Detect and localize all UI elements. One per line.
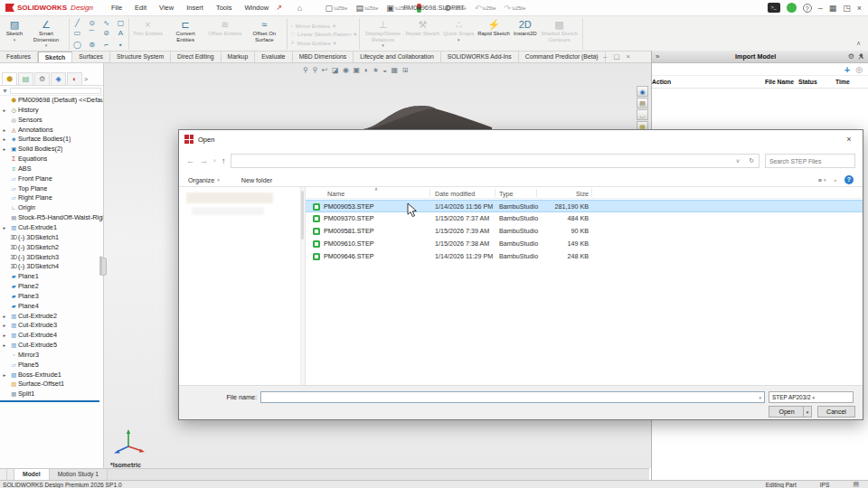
- doc-window-control-icon[interactable]: ×: [627, 52, 630, 61]
- collapse-panel-icon[interactable]: »: [652, 52, 663, 61]
- ribbon-button[interactable]: 2D Instant2D ▾: [512, 18, 539, 50]
- 3dexperience-icon[interactable]: ◉: [637, 86, 648, 97]
- ribbon-button[interactable]: × Trim Entities ▾: [131, 18, 165, 50]
- expand-arrow-icon[interactable]: ▸: [0, 371, 9, 380]
- pin-panel-icon[interactable]: [858, 53, 864, 61]
- feature-tree-item[interactable]: ▸ 3D (-) 3DSketch2: [0, 243, 103, 253]
- sketch-tool-icon[interactable]: A: [116, 29, 126, 39]
- ribbon-button[interactable]: ⚒ Repair Sketch ▾: [403, 18, 441, 50]
- design-library-icon[interactable]: ▤: [637, 98, 648, 108]
- expand-arrow-icon[interactable]: ▸: [0, 321, 9, 331]
- sketch-tool-icon[interactable]: ⊘: [101, 29, 111, 39]
- up-one-level-icon[interactable]: ↑: [222, 156, 226, 165]
- folder-navigation-pane[interactable]: [179, 187, 306, 385]
- zoom-fit-icon[interactable]: ⚲▾: [303, 66, 307, 74]
- column-header-date-modified[interactable]: Date modified: [435, 190, 475, 198]
- preview-pane-button[interactable]: ▫: [834, 176, 836, 184]
- ribbon-button[interactable]: ⊏ Convert Entities ▾: [165, 18, 206, 50]
- feature-tree-item[interactable]: ▸ ▨ Surface-Offset1: [0, 380, 103, 389]
- forward-icon[interactable]: →: [200, 156, 208, 165]
- feature-tree-item[interactable]: ▸ ▥ Cut-Extrude1: [0, 223, 103, 233]
- save-icon[interactable]: ▣ \u25be: [383, 3, 411, 14]
- command-tab[interactable]: Structure System: [110, 52, 171, 62]
- feature-tree-item[interactable]: ▸ ▩ Split1: [0, 389, 103, 399]
- sketch-tool-icon[interactable]: ╱: [72, 19, 82, 27]
- feature-tree-item[interactable]: ▸ ▱ Plane5: [0, 361, 103, 371]
- tree-splitter-handle[interactable]: [102, 258, 107, 276]
- dimxpert-tab[interactable]: ◈: [51, 72, 66, 85]
- search-input[interactable]: [766, 158, 847, 164]
- home-icon[interactable]: ⌂ \u25be: [295, 3, 320, 14]
- feature-tree-item[interactable]: ▸ ⬢ PM009698 (Default) <<Default>_Displ: [0, 96, 103, 106]
- feature-tree-item[interactable]: ▸ ▥ Cut-Extrude3: [0, 321, 103, 331]
- view-mode-button[interactable]: ≡▾: [818, 176, 826, 184]
- expand-arrow-icon[interactable]: ▸: [0, 145, 9, 155]
- filter-icon[interactable]: ▼: [2, 88, 8, 94]
- nav-pane-scrollbar[interactable]: [300, 187, 305, 385]
- ribbon-button[interactable]: ⚡ Rapid Sketch ▾: [476, 18, 512, 50]
- menu-item[interactable]: Window: [239, 2, 274, 14]
- feature-tree-item[interactable]: ▸ ◷ History: [0, 106, 103, 116]
- expand-arrow-icon[interactable]: ▸: [0, 331, 9, 341]
- new-folder-button[interactable]: New folder: [236, 176, 272, 184]
- expand-arrow-icon[interactable]: ▸: [0, 106, 9, 116]
- restore-button[interactable]: ◳: [843, 4, 851, 13]
- sketch-tool-icon[interactable]: ∿: [101, 19, 111, 27]
- ribbon-stack-button[interactable]: ∷ Linear Sketch Pattern ▾: [290, 31, 356, 38]
- command-tab[interactable]: Markup: [222, 52, 256, 62]
- menu-item[interactable]: File: [106, 2, 127, 14]
- displaymanager-tab[interactable]: ◐: [67, 72, 82, 85]
- hide-show-items-icon[interactable]: ∗▾: [373, 66, 377, 74]
- document-tab[interactable]: Model: [14, 469, 50, 480]
- feature-tree-item[interactable]: ▸ ▤ Stock-R5-HandOff-Waist-RightCc: [0, 213, 103, 223]
- sketch-tool-icon[interactable]: ⊚: [87, 41, 97, 49]
- sketch-tool-icon[interactable]: ▭: [72, 29, 82, 39]
- edit-appearance-icon[interactable]: ◒▾: [382, 66, 385, 74]
- sketch-tool-icon[interactable]: ◯: [72, 41, 82, 49]
- file-row[interactable]: PM009581.STEP 1/15/2026 7:39 AM BambuStu…: [306, 225, 863, 238]
- ribbon-button[interactable]: ⊥ Display/Delete Relations ▾: [362, 18, 403, 50]
- doc-window-control-icon[interactable]: –: [603, 52, 607, 61]
- dialog-close-button[interactable]: ×: [835, 130, 863, 148]
- feature-tree-item[interactable]: ▸ 3D (-) 3DSketch1: [0, 233, 103, 243]
- rollback-bar[interactable]: [0, 400, 99, 402]
- undo-icon[interactable]: ↶ \u25be: [472, 3, 499, 14]
- feature-tree-item[interactable]: ▸ ▥ Cut-Extrude2: [0, 312, 103, 322]
- command-tab[interactable]: Sketch: [38, 52, 72, 62]
- annotation-views-icon[interactable]: ◉▾: [343, 66, 348, 74]
- feature-tree-item[interactable]: ▸ ▰ Plane4: [0, 302, 103, 312]
- command-tab[interactable]: MBD Dimensions: [293, 52, 354, 62]
- tab-scroll-right[interactable]: [7, 469, 14, 480]
- feature-tree-item[interactable]: ▸ ◬ Annotations: [0, 126, 103, 136]
- file-row[interactable]: PM009053.STEP 1/14/2026 11:56 PM BambuSt…: [306, 200, 863, 212]
- dialog-help-icon[interactable]: ?: [844, 175, 854, 184]
- back-icon[interactable]: ←: [186, 156, 194, 165]
- feature-tree-item[interactable]: ▸ ▫ Mirror3: [0, 351, 103, 361]
- cancel-button[interactable]: Cancel: [817, 406, 855, 418]
- ribbon-button[interactable]: ▩ Shaded Sketch Contours ▾: [539, 18, 580, 50]
- command-tab[interactable]: Evaluate: [255, 52, 292, 62]
- ribbon-stack-button[interactable]: + Move Entities ▾: [290, 40, 356, 46]
- feature-tree-item[interactable]: ▸ 3D (-) 3DSketch3: [0, 253, 103, 263]
- feature-tree-item[interactable]: ▸ ▱ Right Plane: [0, 193, 103, 203]
- connection-status-icon[interactable]: \u25be: [414, 3, 439, 14]
- chevron-down-icon[interactable]: ▾: [756, 395, 764, 400]
- feature-tree-item[interactable]: ▸ ▥ Cut-Extrude5: [0, 341, 103, 351]
- sketch-tool-icon[interactable]: ⌐: [101, 41, 111, 49]
- tab-scroll-left[interactable]: [0, 469, 7, 480]
- feature-tree-item[interactable]: ▸ ≡ ABS: [0, 164, 103, 174]
- configurationmanager-tab[interactable]: ⚙: [34, 72, 50, 85]
- ribbon-button[interactable]: ∠ Smart Dimension ▾: [25, 18, 67, 50]
- feature-tree-item[interactable]: ▸ ▰ Plane1: [0, 272, 103, 282]
- ribbon-button[interactable]: ∴ Quick Snaps ▾: [441, 18, 476, 50]
- sketch-tool-icon[interactable]: ▢: [116, 19, 126, 27]
- command-tab[interactable]: Features: [0, 52, 38, 62]
- pin-menu-icon[interactable]: ↗: [276, 4, 282, 12]
- status-units[interactable]: IPS: [820, 482, 830, 488]
- menu-item[interactable]: View: [154, 2, 179, 14]
- view-settings-icon[interactable]: ⊡▾: [402, 66, 407, 74]
- panel-settings-gear-icon[interactable]: ⚙: [848, 52, 854, 61]
- command-console-icon[interactable]: >_: [768, 3, 780, 13]
- tree-filter-input[interactable]: [10, 88, 101, 94]
- file-row[interactable]: PM009370.STEP 1/15/2026 7:37 AM BambuStu…: [306, 212, 863, 225]
